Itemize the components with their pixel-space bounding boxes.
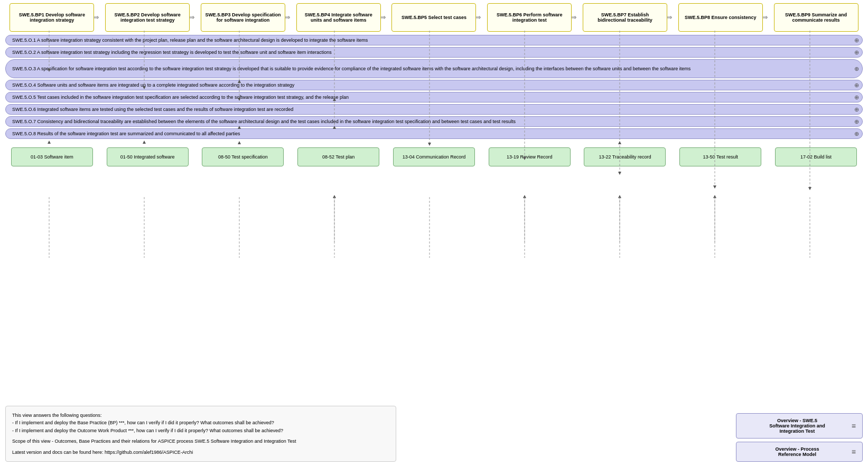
info-line2: - If I implement and deploy the Base Pra… xyxy=(12,419,389,426)
wp7-label: 13-22 Traceability record xyxy=(599,154,651,160)
target-icon-o8: ⊕ xyxy=(854,131,859,137)
bp6-label: SWE.5.BP6 Perform software integration t… xyxy=(491,12,568,23)
svg-marker-18 xyxy=(713,185,716,189)
target-icon-o7: ⊕ xyxy=(854,118,859,125)
svg-marker-32 xyxy=(618,195,621,198)
info-line7: Latest version and docs can be found her… xyxy=(12,449,389,456)
svg-marker-30 xyxy=(523,195,526,198)
wp5-label: 13-04 Communication Record xyxy=(403,154,466,160)
svg-marker-20 xyxy=(808,187,811,190)
outcome-o8-text: SWE.5.O.8 Results of the software integr… xyxy=(12,131,240,136)
outcome-o6-text: SWE.5.O.6 Integrated software items are … xyxy=(12,107,293,112)
wp3-label: 08-50 Test specification xyxy=(218,154,268,160)
wp8-label: 13-50 Test result xyxy=(703,154,738,160)
work-product-wp7[interactable]: 13-22 Traceability record xyxy=(584,147,666,166)
process-box-bp6[interactable]: SWE.5.BP6 Perform software integration t… xyxy=(487,3,572,32)
process-box-bp4[interactable]: SWE.5.BP4 Integrate software units and s… xyxy=(296,3,381,32)
nav2-icon: ≡ xyxy=(852,448,856,456)
wp2-label: 01-50 Integrated software xyxy=(120,154,175,160)
target-icon-o6: ⊕ xyxy=(854,106,859,113)
wp1-label: 01-03 Software item xyxy=(31,154,73,160)
process-box-bp3[interactable]: SWE.5.BP3 Develop specification for soft… xyxy=(201,3,285,32)
process-box-bp1[interactable]: SWE.5.BP1 Develop software integration s… xyxy=(10,3,94,32)
outcome-row-o6[interactable]: SWE.5.O.6 Integrated software items are … xyxy=(5,104,863,115)
nav2-text: Overview - Process Reference Model xyxy=(743,446,852,457)
svg-marker-16 xyxy=(618,172,621,175)
nav1-icon: ≡ xyxy=(852,422,856,430)
work-product-wp2[interactable]: 01-50 Integrated software xyxy=(107,147,189,166)
process-box-bp9[interactable]: SWE.5.BP9 Summarize and communicate resu… xyxy=(774,3,858,32)
nav-button-prm[interactable]: Overview - Process Reference Model ≡ xyxy=(736,442,863,462)
outcome-o2-text: SWE.5.O.2 A software integration test st… xyxy=(12,50,332,55)
work-product-wp6[interactable]: 13-19 Review Record xyxy=(489,147,571,166)
bp5-label: SWE.5.BP5 Select test cases xyxy=(402,15,466,20)
wp4-label: 08-52 Test plan xyxy=(322,154,354,160)
work-product-wp9[interactable]: 17-02 Build list xyxy=(775,147,857,166)
target-icon-o4: ⊕ xyxy=(854,82,859,89)
outcome-o1-text: SWE.5.O.1 A software integration strateg… xyxy=(12,38,368,43)
outcome-row-o1[interactable]: SWE.5.O.1 A software integration strateg… xyxy=(5,35,863,45)
outcome-row-o7[interactable]: SWE.5.O.7 Consistency and bidirectional … xyxy=(5,116,863,127)
work-products-row: 01-03 Software item 01-50 Integrated sof… xyxy=(0,142,868,166)
bp3-label: SWE.5.BP3 Develop specification for soft… xyxy=(204,12,282,23)
bp9-label: SWE.5.BP9 Summarize and communicate resu… xyxy=(778,12,855,23)
svg-marker-28 xyxy=(333,195,336,198)
svg-marker-34 xyxy=(713,195,716,198)
bp8-label: SWE.5.BP8 Ensure consistency xyxy=(685,15,757,20)
bp7-label: SWE.5.BP7 Establish bidirectional tracea… xyxy=(586,12,664,23)
process-boxes-row: SWE.5.BP1 Develop software integration s… xyxy=(0,0,868,32)
work-product-wp3[interactable]: 08-50 Test specification xyxy=(202,147,284,166)
info-box: This view answers the following question… xyxy=(5,406,396,462)
nav-buttons: Overview - SWE.5 Software Integration an… xyxy=(736,413,863,462)
work-product-wp4[interactable]: 08-52 Test plan xyxy=(297,147,379,166)
outcome-row-o2[interactable]: SWE.5.O.2 A software integration test st… xyxy=(5,47,863,58)
work-product-wp1[interactable]: 01-03 Software item xyxy=(11,147,93,166)
nav1-text: Overview - SWE.5 Software Integration an… xyxy=(743,418,852,434)
wp9-label: 17-02 Build list xyxy=(800,154,832,160)
outcome-row-o8[interactable]: SWE.5.O.8 Results of the software integr… xyxy=(5,128,863,139)
target-icon-o1: ⊕ xyxy=(854,37,859,44)
work-product-wp8[interactable]: 13-50 Test result xyxy=(679,147,761,166)
info-line1: This view answers the following question… xyxy=(12,412,389,419)
process-box-bp2[interactable]: SWE.5.BP2 Develop software integration t… xyxy=(105,3,190,32)
outcomes-area: SWE.5.O.1 A software integration strateg… xyxy=(5,35,863,139)
outcome-o7-text: SWE.5.O.7 Consistency and bidirectional … xyxy=(12,119,516,124)
wp6-label: 13-19 Review Record xyxy=(507,154,553,160)
outcome-row-o3[interactable]: SWE.5.O.3 A specification for software i… xyxy=(5,59,863,78)
bp2-label: SWE.5.BP2 Develop software integration t… xyxy=(109,12,186,23)
work-product-wp5[interactable]: 13-04 Communication Record xyxy=(393,147,475,166)
nav-button-swe5[interactable]: Overview - SWE.5 Software Integration an… xyxy=(736,413,863,439)
target-icon-o2: ⊕ xyxy=(854,49,859,56)
outcome-o3-text: SWE.5.O.3 A specification for software i… xyxy=(12,66,690,71)
info-line3: - If I implement and deploy the Outcome … xyxy=(12,427,389,434)
process-box-bp8[interactable]: SWE.5.BP8 Ensure consistency xyxy=(678,3,763,32)
target-icon-o3: ⊕ xyxy=(854,66,859,72)
main-container: SWE.5.BP1 Develop software integration s… xyxy=(0,0,868,466)
outcome-row-o5[interactable]: SWE.5.O.5 Test cases included in the sof… xyxy=(5,92,863,102)
outcome-o4-text: SWE.5.O.4 Software units and software it… xyxy=(12,82,294,88)
info-line5: Scope of this view - Outcomes, Base Prac… xyxy=(12,437,389,445)
process-box-bp7[interactable]: SWE.5.BP7 Establish bidirectional tracea… xyxy=(583,3,667,32)
bp4-label: SWE.5.BP4 Integrate software units and s… xyxy=(300,12,377,23)
target-icon-o5: ⊕ xyxy=(854,94,859,101)
outcome-row-o4[interactable]: SWE.5.O.4 Software units and software it… xyxy=(5,80,863,90)
outcome-o5-text: SWE.5.O.5 Test cases included in the sof… xyxy=(12,95,349,100)
bp1-label: SWE.5.BP1 Develop software integration s… xyxy=(13,12,90,23)
process-box-bp5[interactable]: SWE.5.BP5 Select test cases xyxy=(391,3,476,32)
